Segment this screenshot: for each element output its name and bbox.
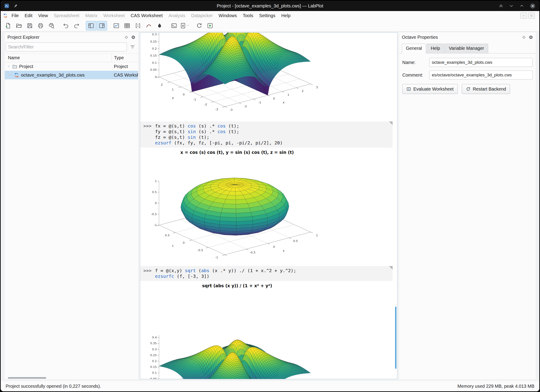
code-cell-3[interactable]: >>>f = @(x,y) sqrt (abs (x .* y)) ./ (1 …	[140, 266, 393, 281]
toolbar-new-document-button[interactable]	[3, 21, 13, 30]
menu-datapicker[interactable]: Datapicker	[188, 11, 216, 20]
properties-close-circle-icon[interactable]	[529, 35, 533, 40]
properties-tabbar: GeneralHelpVariable Manager	[399, 42, 536, 53]
tree-row-octave_examples_3d_plots.cws[interactable]: octave_examples_3d_plots.cwsCAS Workshee…	[5, 71, 138, 79]
menu-view[interactable]: View	[35, 11, 51, 20]
mdi-float-diamond-button[interactable]	[528, 13, 535, 19]
code-cell-1[interactable]: >>>fx = @(s,t) cos (s) .* cos (t);fy = @…	[140, 121, 393, 148]
menu-spreadsheet[interactable]: Spreadsheet	[51, 11, 82, 20]
tree-type-cell: CAS Worksheet	[112, 73, 138, 78]
properties-float-diamond-icon[interactable]	[522, 35, 526, 40]
properties-dock: Octave Properties GeneralHelpVariable Ma…	[399, 32, 536, 379]
labplot-window: Project - [octave_examples_3d_plots.cws]…	[1, 1, 539, 391]
code-line: fz = @(s,t) sin (t);	[140, 134, 393, 140]
tab-variable-manager[interactable]: Variable Manager	[445, 44, 488, 53]
folder-icon	[12, 64, 17, 69]
window-close-icon[interactable]	[530, 3, 536, 9]
menu-edit[interactable]: Edit	[22, 11, 35, 20]
plot-canvas-p3	[147, 289, 327, 379]
window-chevron-down-icon[interactable]	[509, 3, 514, 8]
toolbar-new-datapicker-button[interactable]	[144, 21, 154, 30]
cell-collapse-indicator-icon[interactable]	[389, 121, 393, 125]
cell-collapse-indicator-icon[interactable]	[389, 266, 393, 270]
tree-name-cell: octave_examples_3d_plots.cws	[5, 71, 112, 79]
toolbar-toggle-project-explorer-button[interactable]	[86, 21, 96, 30]
toolbar-open-file-button[interactable]	[14, 21, 24, 30]
statusbar: Project successfully opened (in 0,227 se…	[1, 381, 539, 391]
menu-matrix[interactable]: Matrix	[82, 11, 100, 20]
plot-canvas-p1	[147, 32, 327, 119]
toolbar-run-worksheet-button[interactable]	[205, 21, 215, 30]
menu-file[interactable]: File	[9, 11, 22, 20]
filter-button[interactable]	[128, 42, 137, 51]
mdi-chevron-down-button[interactable]	[520, 13, 527, 19]
toolbar-restart-button[interactable]	[194, 21, 205, 30]
code-line: ezsurf (fx, fy, fz, [-pi, pi, -pi/2, pi/…	[140, 140, 393, 146]
project-explorer-float-diamond-icon[interactable]	[124, 35, 129, 40]
properties-general-tab-content: Name: Comment: Evaluate WorksheetRestart…	[399, 53, 536, 99]
evaluate-worksheet-button[interactable]: Evaluate Worksheet	[402, 84, 458, 94]
toolbar-print-preview-button[interactable]	[46, 21, 57, 30]
toolbar-print-button[interactable]	[35, 21, 46, 30]
expander-chevron-icon[interactable]	[7, 64, 10, 69]
tab-help[interactable]: Help	[427, 44, 444, 53]
restart-backend-button[interactable]: Restart Backend	[462, 84, 510, 94]
toolbar-ink-color-button[interactable]	[154, 21, 165, 30]
tree-name-cell: Project	[5, 64, 112, 69]
cell-prompt	[140, 134, 155, 140]
toolbar-new-matrix-button[interactable]	[133, 21, 143, 30]
code-line: >>>f = @(x,y) sqrt (abs (x .* y)) ./ (1 …	[140, 268, 393, 273]
comment-input[interactable]	[429, 70, 533, 79]
menu-windows[interactable]: Windows	[216, 11, 240, 20]
window-chevron-up-icon[interactable]	[519, 3, 524, 8]
cas-worksheet-view[interactable]: >>>fx = @(s,t) cos (s) .* cos (t);fy = @…	[140, 32, 397, 379]
toolbar-new-worksheet-button[interactable]	[111, 21, 121, 30]
cell-prompt	[140, 140, 155, 146]
window-double-chevron-up-icon[interactable]	[499, 3, 504, 8]
titlebar[interactable]: Project - [octave_examples_3d_plots.cws]…	[1, 1, 539, 11]
button-label: Restart Backend	[473, 86, 506, 92]
menu-analysis[interactable]: Analysis	[166, 11, 188, 20]
toolbar-undo-button[interactable]	[61, 21, 71, 30]
menubar: FileEditViewSpreadsheetMatrixWorksheetCA…	[1, 11, 539, 20]
worksheet-vertical-scrollbar[interactable]	[395, 307, 396, 369]
name-label: Name:	[402, 60, 429, 65]
cell-prompt: >>>	[140, 268, 155, 273]
tree-header[interactable]: Name Type	[5, 53, 138, 62]
toolbar-save-button[interactable]	[25, 21, 35, 30]
memory-status: Memory used 229 MB, peak 4.013 MB	[458, 384, 534, 389]
menu-worksheet[interactable]: Worksheet	[100, 11, 128, 20]
project-explorer-header: Project Explorer	[5, 32, 138, 42]
name-input[interactable]	[429, 58, 533, 67]
plot-title-p2: x = cos (s) cos (t), y = sin (s) cos (t)…	[147, 150, 327, 155]
project-tree: ProjectProjectoctave_examples_3d_plots.c…	[5, 62, 138, 79]
labplot-app-icon	[4, 3, 9, 8]
chevron-down-icon[interactable]	[186, 24, 189, 28]
horizontal-scrollbar[interactable]	[8, 377, 46, 379]
cas-icon	[14, 73, 19, 78]
toolbar-redo-button[interactable]	[71, 21, 82, 30]
comment-label: Comment:	[402, 73, 429, 78]
project-explorer-title: Project Explorer	[7, 35, 40, 40]
toolbar-toggle-properties-dock-button[interactable]	[97, 21, 107, 30]
pin-icon[interactable]	[13, 3, 18, 8]
toolbar-new-cas-cell-button[interactable]	[169, 21, 179, 30]
main-area: Project Explorer Name Type ProjectProjec…	[1, 32, 539, 381]
menu-cas-worksheet[interactable]: CAS Worksheet	[128, 11, 166, 20]
toolbar-export-cell-button[interactable]	[180, 21, 190, 30]
tab-general[interactable]: General	[402, 44, 426, 53]
menu-tools[interactable]: Tools	[240, 11, 256, 20]
menu-help[interactable]: Help	[278, 11, 293, 20]
project-explorer-close-circle-icon[interactable]	[131, 35, 135, 40]
toolbar-new-spreadsheet-button[interactable]	[122, 21, 132, 30]
plot-canvas-p2	[147, 156, 327, 264]
toolbar	[1, 20, 539, 32]
menu-settings[interactable]: Settings	[256, 11, 278, 20]
search-input[interactable]	[6, 42, 127, 51]
column-header-type[interactable]: Type	[112, 53, 138, 62]
cas-doc-icon	[3, 13, 8, 18]
restart-icon	[466, 87, 470, 91]
window-title: Project - [octave_examples_3d_plots.cws]…	[217, 3, 323, 9]
column-header-name[interactable]: Name	[5, 55, 112, 60]
tree-row-Project[interactable]: ProjectProject	[5, 62, 138, 71]
